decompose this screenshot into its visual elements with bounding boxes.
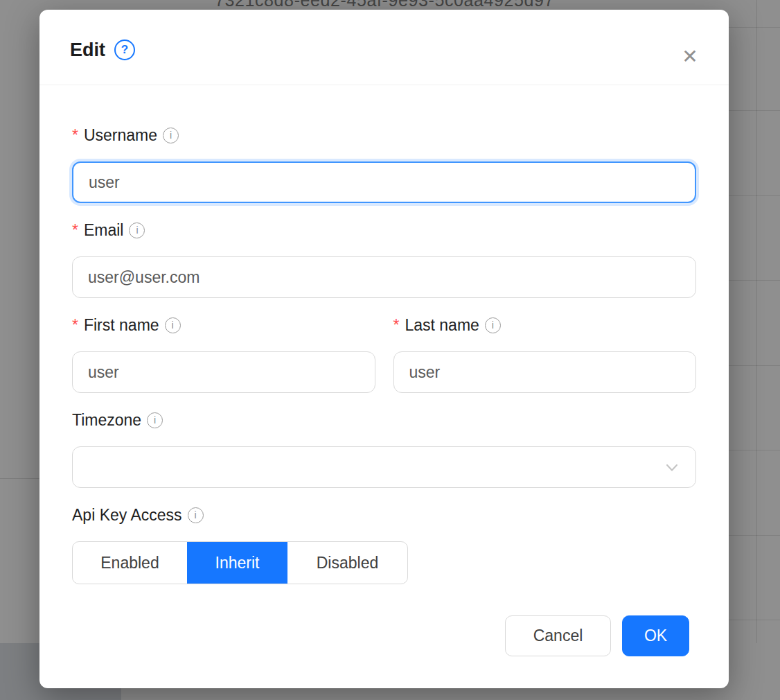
last-name-input[interactable] [393, 351, 697, 393]
email-label: * Email i [72, 220, 696, 240]
api-key-access-label-text: Api Key Access [72, 505, 182, 525]
close-glyph: ✕ [682, 47, 698, 67]
required-asterisk: * [72, 315, 78, 335]
timezone-label: Timezone i [72, 410, 696, 430]
background-table-row-line [727, 365, 780, 366]
field-name-row: * First name i * Last name i [72, 315, 696, 393]
timezone-label-text: Timezone [72, 410, 141, 430]
background-table-row-line [727, 620, 780, 620]
info-glyph: i [172, 315, 174, 335]
api-key-access-option-enabled[interactable]: Enabled [73, 542, 187, 584]
api-key-access-option-disabled[interactable]: Disabled [287, 542, 407, 584]
username-input[interactable] [72, 161, 696, 203]
last-name-label: * Last name i [393, 315, 697, 335]
info-glyph: i [194, 505, 196, 525]
last-name-label-text: Last name [405, 315, 479, 335]
cancel-button[interactable]: Cancel [505, 615, 611, 656]
info-glyph: i [492, 315, 494, 335]
first-name-label: * First name i [72, 315, 375, 335]
api-key-access-segmented-control: Enabled Inherit Disabled [72, 541, 408, 584]
first-name-input[interactable] [72, 351, 375, 393]
question-circle-icon[interactable]: ? [114, 40, 135, 60]
first-name-label-text: First name [84, 315, 159, 335]
info-icon[interactable]: i [485, 317, 501, 333]
email-input[interactable] [72, 256, 696, 298]
field-first-name: * First name i [72, 315, 375, 393]
modal-title: Edit [70, 37, 105, 62]
info-glyph: i [136, 220, 138, 240]
modal-body: * Username i * Email i * [39, 85, 729, 656]
background-table-row-line [727, 450, 780, 450]
info-icon[interactable]: i [163, 128, 179, 143]
username-label-text: Username [84, 125, 157, 146]
ok-button[interactable]: OK [622, 615, 689, 656]
api-key-access-label: Api Key Access i [72, 505, 696, 525]
info-icon[interactable]: i [188, 507, 204, 523]
background-uuid-text: 7321c8d8-eed2-45af-9e93-5c0aa4925d97 [215, 0, 554, 10]
info-icon[interactable]: i [147, 412, 163, 428]
background-table-row-line [0, 478, 39, 479]
background-table-row-line [727, 110, 780, 111]
edit-modal: Edit ? ✕ * Username i * Email [39, 10, 729, 688]
background-table-row-line [727, 535, 780, 536]
field-timezone: Timezone i [72, 410, 696, 488]
background-table-row-line [727, 27, 780, 28]
chevron-down-icon [664, 459, 680, 475]
field-username: * Username i [72, 125, 696, 203]
info-glyph: i [154, 410, 156, 430]
required-asterisk: * [72, 220, 78, 240]
timezone-select[interactable] [72, 446, 696, 488]
username-label: * Username i [72, 125, 696, 146]
email-label-text: Email [84, 220, 124, 240]
field-email: * Email i [72, 220, 696, 298]
info-glyph: i [170, 125, 172, 146]
modal-header: Edit ? ✕ [39, 10, 729, 85]
background-table-row-line [727, 195, 780, 196]
background-table-row-line [727, 280, 780, 281]
required-asterisk: * [72, 125, 78, 146]
question-glyph: ? [121, 43, 128, 57]
background-table-column-line [756, 0, 757, 643]
info-icon[interactable]: i [165, 317, 181, 333]
info-icon[interactable]: i [129, 222, 145, 238]
close-icon[interactable]: ✕ [679, 46, 701, 68]
api-key-access-option-inherit[interactable]: Inherit [187, 542, 287, 584]
modal-footer: Cancel OK [72, 615, 696, 656]
field-api-key-access: Api Key Access i Enabled Inherit Disable… [72, 505, 696, 584]
required-asterisk: * [393, 315, 400, 335]
field-last-name: * Last name i [393, 315, 697, 393]
